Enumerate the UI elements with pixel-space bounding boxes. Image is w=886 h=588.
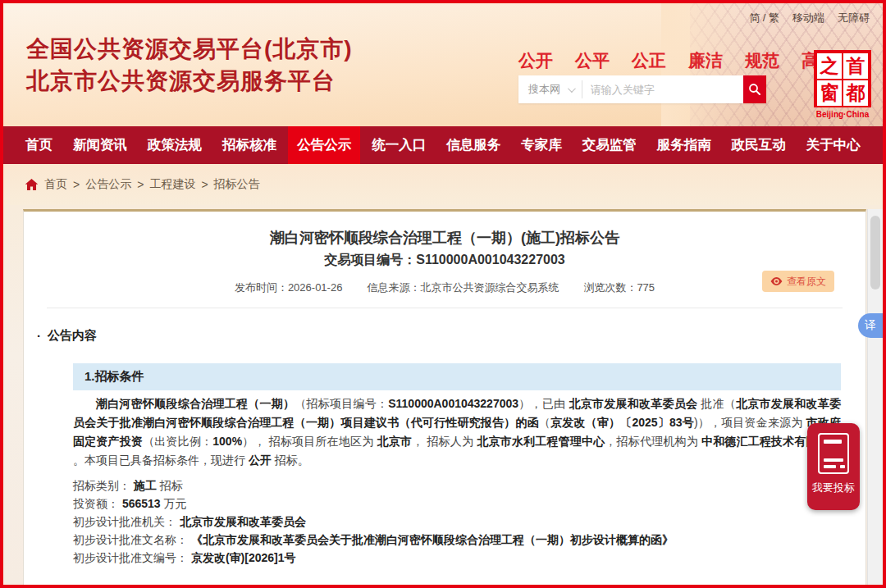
article-meta: 发布时间：2026-01-26 信息来源：北京市公共资源综合交易系统 浏览次数：… (24, 280, 865, 295)
capital-window-logo: 之 首 窗 都 Beijing·China (811, 50, 875, 119)
article-title: 潮白河密怀顺段综合治理工程（一期）(施工)招标公告 (24, 228, 865, 248)
scrollbar-track[interactable] (867, 209, 883, 585)
breadcrumb-tender-notice[interactable]: 招标公告 (214, 177, 260, 192)
announcement-card: 潮白河密怀顺段综合治理工程（一期）(施工)招标公告 交易项目编号：S110000… (23, 209, 866, 588)
nav-item-news[interactable]: 新闻资讯 (64, 126, 136, 164)
logo-char: 之 (817, 53, 842, 79)
bid-now-button[interactable]: 我要投标 (807, 423, 860, 510)
header: 简 / 繁 移动端 无障碍 全国公共资源交易平台(北京市) 北京市公共资源交易服… (3, 3, 883, 126)
breadcrumb-construction[interactable]: 工程建设 (149, 177, 195, 192)
mobile-link[interactable]: 移动端 (792, 11, 824, 25)
breadcrumb-home[interactable]: 首页 (44, 177, 67, 192)
page: 简 / 繁 移动端 无障碍 全国公共资源交易平台(北京市) 北京市公共资源交易服… (0, 0, 886, 588)
site-title: 全国公共资源交易平台(北京市) 北京市公共资源交易服务平台 (26, 33, 353, 97)
field-approval-doc-name: 初步设计批准文名称： 《北京市发展和改革委员会关于批准潮白河密怀顺段综合治理工程… (73, 531, 841, 549)
eye-icon (770, 276, 783, 286)
bullet: · (37, 329, 41, 343)
bid-now-label: 我要投标 (812, 481, 855, 495)
breadcrumb-separator: > (137, 178, 144, 191)
nav-item-service-guide[interactable]: 服务指南 (648, 126, 720, 164)
slogan-item: 公正 (632, 49, 666, 72)
slogan-item: 公开 (518, 49, 553, 72)
breadcrumb-separator: > (73, 178, 80, 191)
site-title-line2: 北京市公共资源交易服务平台 (26, 65, 353, 97)
logo-caption: Beijing·China (811, 110, 875, 119)
search-input[interactable] (582, 75, 743, 103)
tender-conditions-paragraph: 潮白河密怀顺段综合治理工程（一期）（招标项目编号：S110000A0010432… (73, 394, 841, 470)
search-button[interactable] (743, 75, 766, 103)
topbar: 简 / 繁 移动端 无障碍 (749, 11, 870, 25)
nav-item-trade-supervision[interactable]: 交易监管 (573, 126, 646, 164)
section-tender-conditions: 1.招标条件 潮白河密怀顺段综合治理工程（一期）（招标项目编号：S110000A… (73, 363, 841, 567)
search-scope-dropdown[interactable]: 搜本网 (518, 82, 582, 97)
slogan-item: 公平 (575, 49, 610, 72)
scrollbar-thumb[interactable] (870, 216, 880, 289)
nav-item-info-service[interactable]: 信息服务 (437, 126, 509, 164)
search-scope-label: 搜本网 (528, 82, 560, 97)
info-source: 信息来源：北京市公共资源综合交易系统 (367, 280, 559, 295)
view-original-button[interactable]: 查看原文 (762, 271, 834, 292)
logo-char: 都 (843, 80, 868, 106)
nav-item-bid-approval[interactable]: 招标核准 (213, 126, 285, 164)
slogan-item: 廉洁 (688, 49, 723, 72)
field-investment: 投资额： 566513 万元 (73, 495, 841, 513)
slogan-item: 规范 (745, 49, 779, 72)
accessibility-link[interactable]: 无障碍 (838, 11, 870, 25)
nav-item-announcements[interactable]: 公告公示 (288, 126, 360, 164)
nav-item-about[interactable]: 关于中心 (797, 126, 870, 164)
section1-heading: 1.招标条件 (73, 363, 841, 390)
site-title-line1: 全国公共资源交易平台(北京市) (26, 33, 353, 65)
breadcrumb-announcements[interactable]: 公告公示 (85, 177, 131, 192)
nav-item-expert-pool[interactable]: 专家库 (512, 126, 571, 164)
capital-window-logo-grid: 之 首 窗 都 (814, 50, 871, 107)
field-approval-authority: 初步设计批准机关： 北京市发展和改革委员会 (73, 513, 841, 531)
breadcrumb-separator: > (201, 178, 208, 191)
logo-char: 首 (843, 53, 868, 79)
bid-document-icon (818, 433, 849, 474)
chevron-down-icon (568, 84, 576, 93)
translate-fab[interactable]: 译 (858, 313, 883, 338)
logo-char: 窗 (817, 80, 842, 106)
nav-item-interaction[interactable]: 政民互动 (723, 126, 795, 164)
article-project-number: 交易项目编号：S110000A001043227003 (24, 252, 865, 269)
home-icon (25, 178, 39, 191)
field-tender-category: 招标类别： 施工 招标 (73, 476, 841, 495)
field-approval-doc-number: 初步设计批准文编号： 京发改(审)[2026]1号 (73, 549, 841, 567)
search-bar: 搜本网 (518, 75, 766, 103)
nav-item-unified-portal[interactable]: 统一入口 (363, 126, 435, 164)
publish-time: 发布时间：2026-01-26 (235, 280, 343, 295)
slogan-row: 公开 公平 公正 廉洁 规范 高效 (518, 49, 836, 72)
content-heading-label: 公告内容 (48, 328, 97, 344)
main-area: 潮白河密怀顺段综合治理工程（一期）(施工)招标公告 交易项目编号：S110000… (3, 205, 883, 585)
nav-item-policy[interactable]: 政策法规 (139, 126, 211, 164)
tender-fields: 招标类别： 施工 招标 投资额： 566513 万元 初步设计批准机关： 北京市… (73, 476, 841, 567)
view-original-label: 查看原文 (787, 275, 826, 289)
search-icon (747, 82, 762, 97)
breadcrumb: 首页 > 公告公示 > 工程建设 > 招标公告 (3, 164, 883, 205)
lang-toggle-link[interactable]: 简 / 繁 (749, 11, 779, 25)
content-heading: · 公告内容 (37, 328, 865, 344)
main-nav: 首页 新闻资讯 政策法规 招标核准 公告公示 统一入口 信息服务 专家库 交易监… (3, 126, 883, 164)
divider (47, 308, 843, 308)
view-count: 浏览次数：775 (583, 280, 655, 295)
nav-item-home[interactable]: 首页 (16, 126, 62, 164)
